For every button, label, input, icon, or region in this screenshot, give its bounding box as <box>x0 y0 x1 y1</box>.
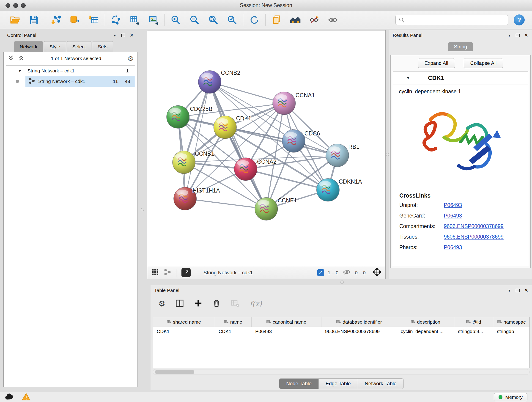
column-header-canonical-name[interactable]: canonical name <box>252 317 322 327</box>
network-options-gear-icon[interactable]: ⚙ <box>127 55 133 63</box>
zoom-window-button[interactable] <box>21 3 26 8</box>
birds-eye-view-icon[interactable] <box>152 268 159 277</box>
column-header-description[interactable]: description <box>397 317 454 327</box>
search-input[interactable] <box>395 15 508 25</box>
network-edge[interactable] <box>225 127 337 155</box>
close-panel-icon[interactable]: ✕ <box>130 32 134 38</box>
column-header-shared-name[interactable]: shared name <box>153 317 215 327</box>
import-network-file-icon[interactable] <box>50 14 62 26</box>
detach-view-icon[interactable] <box>181 268 191 277</box>
crosslink-uniprot-link[interactable]: P06493 <box>444 202 462 208</box>
help-icon[interactable]: ? <box>514 14 525 26</box>
crosslinks-title: CrossLinks <box>393 189 528 200</box>
network-from-selection-icon[interactable] <box>110 14 122 26</box>
save-session-icon[interactable] <box>28 14 40 26</box>
zoom-out-icon[interactable] <box>189 14 201 26</box>
node-label-CDC25B: CDC25B <box>190 106 212 112</box>
open-session-icon[interactable] <box>9 14 21 26</box>
memory-button[interactable]: Memory <box>494 393 527 401</box>
collapse-all-button[interactable]: Collapse All <box>464 58 503 68</box>
scrollbar-thumb[interactable] <box>155 370 194 374</box>
network-row[interactable]: String Network – cdk1 11 48 <box>6 76 135 87</box>
hidden-items-eye-icon[interactable] <box>342 268 351 277</box>
tab-sets[interactable]: Sets <box>92 41 113 52</box>
minimize-window-button[interactable] <box>13 3 18 8</box>
titlebar: Session: New Session <box>0 0 532 11</box>
splitter-handle[interactable] <box>341 281 344 284</box>
table-horizontal-scrollbar[interactable] <box>153 369 530 375</box>
crosslink-pharos-link[interactable]: P06493 <box>444 244 462 250</box>
column-header-database-identifier[interactable]: database identifier <box>322 317 397 327</box>
collapse-all-networks-icon[interactable] <box>7 55 14 62</box>
hide-graphics-details-icon[interactable] <box>308 14 320 26</box>
node-label-CCNB1: CCNB1 <box>195 150 215 157</box>
import-network-database-icon[interactable] <box>69 14 81 26</box>
collection-expand-caret-icon[interactable]: ▼ <box>18 69 22 73</box>
results-panel-title: Results Panel <box>393 32 423 38</box>
table-row[interactable]: CDK1CDK1P064939606.ENSP00000378699cyclin… <box>153 327 530 336</box>
warning-icon[interactable] <box>22 393 31 402</box>
zoom-fit-icon[interactable] <box>207 14 219 26</box>
expand-all-networks-icon[interactable] <box>18 55 25 62</box>
show-graphics-details-icon[interactable] <box>327 14 339 26</box>
close-panel-icon[interactable]: ✕ <box>524 32 528 38</box>
column-header--id[interactable]: @id <box>454 317 493 327</box>
delete-column-icon[interactable] <box>212 299 221 308</box>
export-image-icon[interactable] <box>147 14 159 26</box>
show-columns-icon[interactable] <box>175 299 184 308</box>
panel-menu-caret-icon[interactable]: ▼ <box>508 33 511 37</box>
splitter-handle[interactable] <box>141 208 144 211</box>
panel-menu-caret-icon[interactable]: ▼ <box>508 288 511 293</box>
float-panel-icon[interactable] <box>516 289 520 292</box>
cybrowser-icon[interactable] <box>271 14 283 26</box>
expand-all-button[interactable]: Expand All <box>418 58 455 68</box>
string-home-icon[interactable] <box>289 14 301 26</box>
close-window-button[interactable] <box>6 3 10 8</box>
network-canvas[interactable]: CCNB2CCNA1CDC25BCDK1CDC6RB1CCNB1CCNA2CDK… <box>147 31 385 266</box>
import-table-icon[interactable] <box>88 14 100 26</box>
network-edge[interactable] <box>185 82 210 199</box>
node-label-CCNE1: CCNE1 <box>278 197 297 204</box>
window-controls <box>6 0 26 11</box>
toolbar-search <box>395 15 508 25</box>
crosslink-label: Uniprot: <box>393 202 444 208</box>
cloud-icon[interactable] <box>5 393 15 401</box>
crosslink-tissues-link[interactable]: 9606.ENSP00000378699 <box>444 234 504 240</box>
tab-network-table[interactable]: Network Table <box>358 378 404 389</box>
string-tab-badge[interactable]: String <box>448 42 473 51</box>
zoom-in-icon[interactable] <box>170 14 182 26</box>
table-options-gear-icon[interactable]: ⚙ <box>158 299 165 308</box>
column-header-namespac[interactable]: namespac <box>493 317 530 327</box>
crosslink-genecard-link[interactable]: P06493 <box>444 213 462 219</box>
close-panel-icon[interactable]: ✕ <box>524 287 528 293</box>
tab-style[interactable]: Style <box>44 41 66 52</box>
network-collection-row[interactable]: ▼ String Network – cdk1 1 <box>6 65 135 76</box>
tab-network[interactable]: Network <box>14 41 43 52</box>
node-label-CDC6: CDC6 <box>304 130 320 137</box>
panel-menu-caret-icon[interactable]: ▼ <box>113 33 117 37</box>
node-label-CDK1: CDK1 <box>236 115 251 121</box>
section-collapse-caret-icon[interactable]: ▼ <box>406 76 410 80</box>
crosslink-compartments-link[interactable]: 9606.ENSP00000378699 <box>444 223 504 230</box>
float-panel-icon[interactable] <box>121 34 125 37</box>
float-panel-icon[interactable] <box>516 34 520 37</box>
share-network-icon[interactable] <box>164 268 171 277</box>
column-header-name[interactable]: name <box>215 317 252 327</box>
splitter-handle[interactable] <box>386 153 389 156</box>
pan-crosshair-icon[interactable] <box>373 268 381 278</box>
network-edge[interactable] <box>185 199 266 209</box>
table-cell: 9606.ENSP00000378699 <box>322 327 397 336</box>
crosslink-label: Compartments: <box>393 223 444 230</box>
add-column-icon[interactable] <box>194 299 202 308</box>
tab-node-table[interactable]: Node Table <box>279 378 319 389</box>
control-panel: Control Panel ▼ ✕ NetworkStyleSelectSets… <box>3 30 138 387</box>
table-cell: CDK1 <box>153 327 215 336</box>
zoom-selected-icon[interactable] <box>226 14 238 26</box>
refresh-view-icon[interactable] <box>248 14 260 26</box>
tab-select[interactable]: Select <box>67 41 91 52</box>
tab-edge-table[interactable]: Edge Table <box>318 378 358 389</box>
function-builder-icon[interactable]: f(x) <box>249 300 262 308</box>
export-table-icon[interactable] <box>129 14 141 26</box>
selected-items-checkbox-icon[interactable]: ✓ <box>317 269 324 276</box>
node-count: 11 <box>113 79 118 84</box>
